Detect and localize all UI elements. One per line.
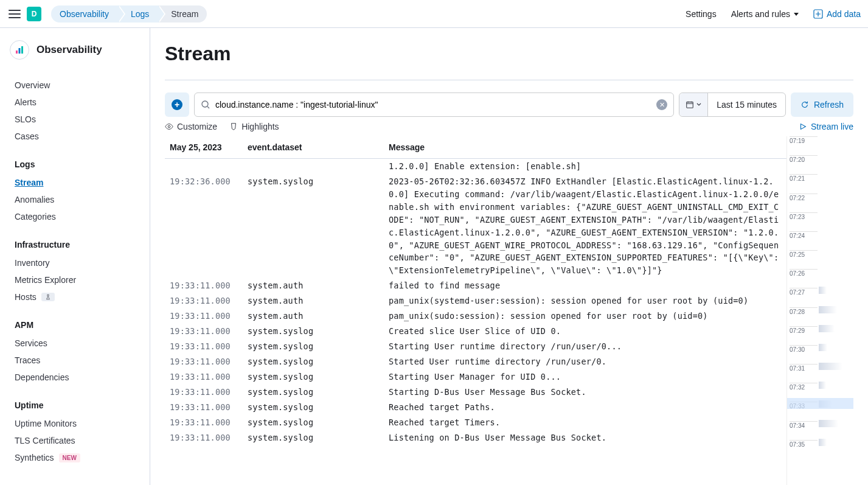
log-time: 19:33:11.000 — [170, 431, 248, 444]
log-message: failed to find message — [389, 279, 782, 292]
plus-icon: + — [172, 99, 182, 110]
highlight-icon — [229, 122, 238, 131]
sidebar-item-stream[interactable]: Stream — [0, 174, 150, 191]
refresh-button[interactable]: Refresh — [791, 92, 853, 117]
table-row[interactable]: 19:33:11.000system.syslogStarting User M… — [165, 369, 786, 385]
sidebar-item-metrics-explorer[interactable]: Metrics Explorer — [0, 271, 150, 288]
new-badge: NEW — [59, 453, 80, 462]
minimap-tick: 07:28 — [790, 307, 818, 315]
table-header: May 25, 2023 event.dataset Message — [165, 136, 786, 159]
minimap[interactable]: 07:1907:2007:2107:2207:2307:2407:2507:26… — [786, 136, 853, 485]
log-message: 2023-05-26T02:32:36.603457Z INFO ExtHand… — [389, 175, 782, 277]
sidebar-item-anomalies[interactable]: Anomalies — [0, 191, 150, 208]
log-time — [170, 160, 248, 173]
header-right: Settings Alerts and rules Add data — [686, 9, 861, 19]
customize-button[interactable]: Customize — [165, 122, 217, 131]
sidebar-item-dependencies[interactable]: Dependencies — [0, 369, 150, 386]
table-row[interactable]: 19:33:11.000system.syslogCreated slice U… — [165, 324, 786, 339]
app-header: D Observability Logs Stream Settings Ale… — [0, 0, 868, 28]
log-dataset: system.syslog — [248, 401, 389, 414]
sidebar: Observability OverviewAlertsSLOsCasesLog… — [0, 28, 150, 485]
log-message: Starting User runtime directory /run/use… — [389, 340, 782, 353]
minimap-bar — [819, 439, 827, 446]
table-row[interactable]: 19:33:11.000system.authpam_unix(systemd-… — [165, 293, 786, 309]
main: Stream + ✕ Last 15 minutes Refresh — [150, 28, 868, 485]
alerts-rules-dropdown[interactable]: Alerts and rules — [731, 9, 799, 19]
eye-icon — [165, 122, 173, 131]
table-row[interactable]: 19:33:11.000system.syslogReached target … — [165, 415, 786, 430]
log-dataset: system.syslog — [248, 175, 389, 277]
svg-point-4 — [202, 101, 208, 107]
col-header-dataset: event.dataset — [248, 142, 389, 152]
nav-group-label: Logs — [0, 155, 150, 174]
table-row[interactable]: 19:33:11.000system.syslogStarting D-Bus … — [165, 385, 786, 400]
date-picker[interactable]: Last 15 minutes — [679, 92, 786, 117]
toolbar-left: Customize Highlights — [165, 122, 279, 131]
log-dataset: system.syslog — [248, 325, 389, 338]
log-dataset: system.auth — [248, 279, 389, 292]
log-message: pam_unix(systemd-user:session): session … — [389, 295, 782, 307]
highlights-button[interactable]: Highlights — [229, 122, 279, 131]
sidebar-title: Observability — [0, 40, 150, 72]
search-input[interactable] — [215, 100, 651, 110]
svg-point-6 — [168, 125, 170, 128]
minimap-highlight — [787, 398, 853, 409]
log-dataset: system.auth — [248, 295, 389, 307]
sidebar-item-inventory[interactable]: Inventory — [0, 254, 150, 271]
sidebar-item-services[interactable]: Services — [0, 335, 150, 352]
search-icon — [201, 100, 210, 110]
log-dataset — [248, 160, 389, 173]
minimap-tick: 07:26 — [790, 269, 818, 277]
sidebar-item-overview[interactable]: Overview — [0, 77, 150, 94]
table-body[interactable]: 1.2.0.0] Enable extension: [enable.sh]19… — [165, 159, 786, 485]
log-dataset: system.syslog — [248, 355, 389, 368]
sidebar-item-tls-certificates[interactable]: TLS Certificates — [0, 432, 150, 449]
table-row[interactable]: 19:32:36.000system.syslog2023-05-26T02:3… — [165, 174, 786, 278]
table-row[interactable]: 19:33:11.000system.authfailed to find me… — [165, 278, 786, 293]
breadcrumb-stream: Stream — [159, 5, 207, 23]
minimap-tick: 07:21 — [790, 174, 818, 182]
log-message: Reached target Paths. — [389, 401, 782, 414]
minimap-tick: 07:35 — [790, 440, 818, 448]
clear-search-icon[interactable]: ✕ — [656, 99, 667, 110]
minimap-tick: 07:25 — [790, 250, 818, 258]
sidebar-item-slos[interactable]: SLOs — [0, 111, 150, 128]
hamburger-menu-icon[interactable] — [7, 7, 22, 21]
search-box[interactable]: ✕ — [194, 92, 674, 117]
date-picker-icon[interactable] — [679, 93, 708, 116]
minimap-bar — [819, 306, 837, 313]
table-row[interactable]: 19:33:11.000system.syslogStarted User ru… — [165, 354, 786, 369]
refresh-icon — [800, 100, 809, 109]
sidebar-item-hosts[interactable]: Hosts — [0, 288, 150, 305]
table-row[interactable]: 19:33:11.000system.syslogStarting User r… — [165, 339, 786, 354]
sidebar-item-alerts[interactable]: Alerts — [0, 94, 150, 111]
log-time: 19:32:36.000 — [170, 175, 248, 277]
table-row[interactable]: 19:33:11.000system.authpam_unix(sudo:ses… — [165, 309, 786, 324]
add-filter-button[interactable]: + — [165, 92, 189, 117]
page-title: Stream — [165, 43, 853, 80]
table-row[interactable]: 19:33:11.000system.syslogListening on D-… — [165, 430, 786, 445]
minimap-bar — [819, 363, 842, 370]
minimap-tick: 07:29 — [790, 326, 818, 334]
table-row[interactable]: 1.2.0.0] Enable extension: [enable.sh] — [165, 159, 786, 174]
sidebar-item-categories[interactable]: Categories — [0, 208, 150, 225]
add-data-link[interactable]: Add data — [813, 9, 861, 19]
stream-live-button[interactable]: Stream live — [799, 122, 853, 131]
chevron-down-icon — [696, 102, 701, 107]
settings-link[interactable]: Settings — [686, 9, 717, 19]
beta-badge — [41, 293, 55, 301]
minimap-bar — [819, 287, 827, 294]
sidebar-item-traces[interactable]: Traces — [0, 352, 150, 369]
log-message: pam_unix(sudo:session): session opened f… — [389, 310, 782, 323]
sidebar-item-synthetics[interactable]: SyntheticsNEW — [0, 449, 150, 466]
log-time: 19:33:11.000 — [170, 355, 248, 368]
sidebar-item-uptime-monitors[interactable]: Uptime Monitors — [0, 415, 150, 432]
minimap-tick: 07:31 — [790, 364, 818, 372]
table-row[interactable]: 19:33:11.000system.syslogReached target … — [165, 400, 786, 415]
sidebar-item-cases[interactable]: Cases — [0, 128, 150, 145]
deployment-badge[interactable]: D — [27, 7, 41, 21]
toolbar-row: Customize Highlights Stream live — [165, 122, 853, 131]
minimap-tick: 07:34 — [790, 421, 818, 429]
date-range-label[interactable]: Last 15 minutes — [708, 100, 785, 110]
breadcrumb-observability[interactable]: Observability — [51, 5, 119, 23]
